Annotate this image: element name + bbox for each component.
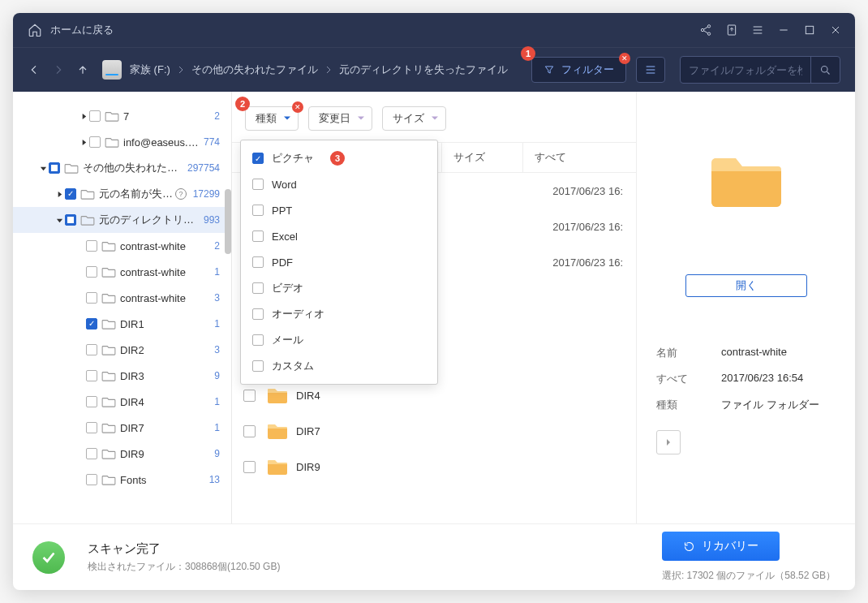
help-icon[interactable]: ? [175,188,187,200]
meta-k-all: すべて [656,372,721,386]
checkbox[interactable] [252,360,264,372]
tree-item[interactable]: DIR71 [13,415,231,441]
chip-date[interactable]: 変更日 [308,106,372,131]
tree-item[interactable]: DIR99 [13,441,231,467]
checkbox[interactable] [86,370,97,381]
breadcrumb-disk[interactable]: 家族 (F:) [130,62,170,77]
tree-item[interactable]: 元のディレクトリを失っ…993 [13,207,231,233]
close-icon[interactable] [829,24,842,37]
checkbox[interactable] [65,214,76,226]
caret-icon[interactable] [54,191,65,198]
recover-button[interactable]: リカバリー [662,532,780,561]
next-button[interactable] [656,430,681,454]
open-button[interactable]: 開く [685,274,807,297]
view-list-button[interactable] [636,57,665,83]
dropdown-item[interactable]: ビデオ [241,275,437,301]
search-button[interactable] [810,57,840,83]
breadcrumb-2[interactable]: 元のディレクトリを失ったファイル [339,62,508,77]
table-row[interactable]: DIR7 [232,413,636,449]
checkbox[interactable] [86,240,97,252]
nav-back-icon[interactable] [28,63,41,76]
tree-item[interactable]: 元の名前が失…?17299 [13,181,231,207]
dropdown-item[interactable]: PDF [241,249,437,275]
checkbox[interactable] [86,318,97,329]
checkbox[interactable] [86,474,97,485]
dropdown-item[interactable]: PPT [241,197,437,223]
checkbox[interactable] [252,179,264,190]
tree-item[interactable]: 72 [13,103,231,129]
checkbox[interactable] [252,308,264,320]
share-icon[interactable] [699,24,712,37]
home-button[interactable]: ホームに戻る [28,23,114,37]
checkbox[interactable] [252,256,264,268]
chip-type[interactable]: 2 種類 ✕ [245,106,299,131]
tree-item[interactable]: その他の失われたフ…297754 [13,155,231,181]
tree-item[interactable]: contrast-white3 [13,285,231,311]
caret-icon[interactable] [78,113,89,120]
breadcrumb-1[interactable]: その他の失われたファイル [191,62,318,77]
chip-size[interactable]: サイズ [382,106,446,131]
checkbox[interactable] [243,425,256,437]
dropdown-item[interactable]: Excel [241,223,437,249]
checkbox[interactable] [252,282,264,294]
chip-type-close-icon[interactable]: ✕ [292,101,303,113]
checkbox[interactable] [89,110,101,122]
maximize-icon[interactable] [803,24,816,37]
col-size[interactable]: サイズ [441,143,522,172]
titlebar: ホームに戻る [13,13,855,47]
tree-item[interactable]: DIR23 [13,337,231,363]
search-input[interactable] [681,58,810,82]
nav-forward-icon[interactable] [52,63,65,76]
dropdown-item[interactable]: カスタム [241,353,437,379]
filter-close-icon[interactable]: ✕ [619,53,630,64]
dropdown-item[interactable]: Word [241,171,437,197]
checkbox[interactable] [86,396,97,407]
dropdown-item[interactable]: メール [241,327,437,353]
col-date[interactable]: すべて [522,143,636,172]
checkbox[interactable] [86,448,97,459]
export-icon[interactable] [725,24,738,37]
tree-item[interactable]: DIR11 [13,311,231,337]
scrollbar[interactable] [225,189,231,254]
dropdown-item[interactable]: オーディオ [241,301,437,327]
tree-count: 1 [214,266,225,278]
tree-item[interactable]: contrast-white1 [13,259,231,285]
tree-item[interactable]: contrast-white2 [13,233,231,259]
checkbox[interactable] [86,422,97,433]
menu-icon[interactable] [751,24,764,37]
checkbox[interactable] [86,344,97,355]
checkbox[interactable] [252,334,264,346]
type-dropdown[interactable]: ピクチャ3WordPPTExcelPDFビデオオーディオメールカスタム [240,140,438,385]
checkbox[interactable] [49,162,60,174]
minimize-icon[interactable] [777,24,790,37]
checkbox[interactable] [243,390,256,402]
checkbox[interactable] [65,188,76,200]
filter-button[interactable]: 1 フィルター ✕ [531,57,626,83]
caret-icon[interactable] [37,165,49,172]
checkbox[interactable] [243,461,256,473]
tree-item[interactable]: info@easeus.…774 [13,129,231,155]
checkbox[interactable] [86,292,97,304]
row-name: DIR7 [296,425,636,437]
tree-count: 3 [214,292,225,304]
nav-up-icon[interactable] [76,63,89,76]
meta-v-name: contrast-white [721,346,836,360]
checkbox[interactable] [252,230,264,242]
breadcrumb-sep-icon [326,66,331,74]
tree-item[interactable]: DIR39 [13,363,231,389]
tree-label: DIR7 [120,422,144,434]
tree-item[interactable]: DIR41 [13,389,231,415]
dropdown-item[interactable]: ピクチャ3 [241,145,437,171]
badge-1: 1 [521,46,535,61]
tree-item[interactable]: Fonts13 [13,467,231,493]
caret-icon[interactable] [78,139,89,146]
caret-icon[interactable] [54,217,65,224]
chevron-down-icon [283,114,291,123]
table-row[interactable]: DIR9 [232,449,636,485]
checkbox[interactable] [252,205,264,216]
checkbox[interactable] [252,153,264,164]
checkbox[interactable] [89,136,101,148]
dropdown-label: Excel [272,230,298,243]
checkbox[interactable] [86,266,97,278]
svg-point-0 [707,25,710,28]
